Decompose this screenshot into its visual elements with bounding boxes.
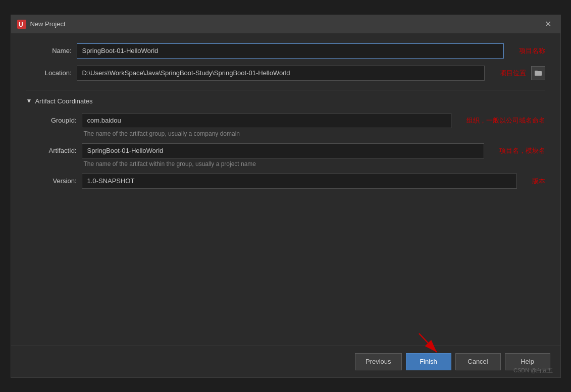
location-input[interactable] bbox=[77, 66, 485, 81]
location-row: Location: 项目位置 bbox=[26, 66, 545, 81]
title-bar: U New Project ✕ bbox=[11, 15, 560, 33]
arrow-indicator bbox=[414, 331, 444, 358]
artifactid-hint: The name of the artifact within the grou… bbox=[84, 160, 545, 167]
artifact-section-header: ▼ Artifact Coordinates bbox=[26, 97, 545, 105]
collapse-arrow-icon[interactable]: ▼ bbox=[26, 97, 32, 104]
previous-button[interactable]: Previous bbox=[355, 353, 402, 370]
divider bbox=[26, 90, 545, 90]
artifactid-label: ArtifactId: bbox=[31, 147, 77, 154]
groupid-label: GroupId: bbox=[31, 117, 77, 124]
version-input[interactable] bbox=[82, 174, 517, 189]
location-annotation: 项目位置 bbox=[500, 69, 526, 78]
name-label: Name: bbox=[26, 47, 72, 54]
browse-folder-button[interactable] bbox=[531, 66, 545, 80]
svg-rect-3 bbox=[535, 71, 538, 72]
name-input[interactable] bbox=[77, 43, 504, 59]
artifactid-row: ArtifactId: 项目名，模块名 bbox=[31, 143, 545, 158]
location-label: Location: bbox=[26, 69, 72, 77]
groupid-input[interactable] bbox=[82, 113, 451, 128]
app-icon: U bbox=[17, 20, 26, 29]
cancel-button[interactable]: Cancel bbox=[455, 353, 501, 370]
dialog-body: Name: 项目名称 Location: 项目位置 ▼ Artifact Coo… bbox=[11, 33, 560, 346]
groupid-hint: The name of the artifact group, usually … bbox=[84, 130, 545, 137]
version-row: Version: 版本 bbox=[31, 174, 545, 189]
artifact-section-title: Artifact Coordinates bbox=[35, 97, 92, 105]
groupid-row: GroupId: 组织，一般以公司域名命名 bbox=[31, 113, 545, 128]
svg-text:U: U bbox=[19, 21, 23, 28]
close-button[interactable]: ✕ bbox=[542, 18, 554, 30]
svg-line-5 bbox=[419, 333, 437, 352]
new-project-dialog: U New Project ✕ Name: 项目名称 Location: 项目位… bbox=[11, 15, 561, 378]
watermark: CSDN @白豆五 bbox=[513, 367, 553, 374]
name-row: Name: 项目名称 bbox=[26, 43, 545, 59]
name-annotation: 项目名称 bbox=[519, 46, 545, 55]
dialog-title: New Project bbox=[30, 20, 538, 28]
dialog-footer: Previous Finish Cancel Help CSDN @白豆五 bbox=[11, 346, 560, 377]
artifactid-annotation: 项目名，模块名 bbox=[499, 146, 545, 155]
artifact-section: GroupId: 组织，一般以公司域名命名 The name of the ar… bbox=[26, 113, 545, 191]
groupid-annotation: 组织，一般以公司域名命名 bbox=[466, 116, 545, 125]
artifactid-input[interactable] bbox=[82, 143, 484, 158]
version-annotation: 版本 bbox=[532, 177, 545, 186]
version-label: Version: bbox=[31, 177, 77, 185]
